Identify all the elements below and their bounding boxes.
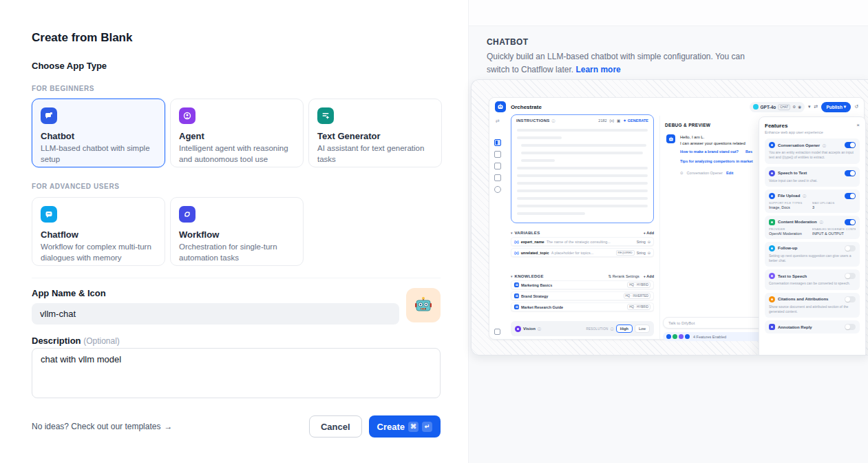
enter-key-icon: ↵: [422, 422, 432, 432]
conversation-opener-icon: [769, 142, 775, 148]
opener-icon: ⊙: [680, 171, 684, 175]
app-type-card-chatflow[interactable]: Chatflow Workflow for complex multi-turn…: [32, 197, 165, 266]
toggle: [845, 219, 856, 225]
app-name-label: App Name & Icon: [32, 288, 106, 298]
for-beginners-label: FOR BEGINNERS: [32, 85, 94, 92]
sparkle-icon: ✦: [623, 119, 626, 123]
feature-card-conversation-opener: Conversation Opener ⓘ You are an entity …: [765, 138, 860, 164]
feature-card-speech-to-text: Speech to Text Voice input can be used i…: [765, 167, 860, 187]
model-selector: GPT-4o CHAT ⚙ ◉: [750, 102, 805, 112]
variable-settings-icon: ⊙: [648, 240, 650, 244]
text-to-speech-icon: [769, 273, 775, 279]
instructions-panel: INSTRUCTIONS ⓘ 2182 {x} ▣ ✦ GENERATE: [511, 114, 654, 223]
advanced-cards-row: Chatflow Workflow for complex multi-turn…: [32, 197, 304, 266]
settings-icon: ◉: [798, 105, 801, 109]
variable-settings-icon: ⊙: [648, 251, 650, 255]
learn-more-link[interactable]: Learn more: [575, 65, 620, 74]
dataset-icon: [514, 282, 519, 287]
orchestrate-tab-icon: [494, 139, 501, 146]
create-form-panel: Create from Blank Choose App Type FOR BE…: [0, 0, 468, 463]
suggested-question: How to make a brand stand out? Bes: [680, 150, 770, 154]
copy-icon: ▣: [617, 119, 620, 123]
variables-section: ▾ VARIABLES + Add {x} expert_name The na…: [511, 231, 654, 257]
content-moderation-icon: [769, 219, 775, 225]
vision-icon: [515, 326, 521, 332]
dataset-icon: [514, 305, 519, 309]
app-icon-picker[interactable]: [406, 288, 441, 322]
chatbot-heading: CHATBOT: [487, 37, 529, 47]
feature-dot-icon: [679, 334, 684, 339]
speech-to-text-icon: [769, 170, 775, 176]
toggle: [845, 245, 856, 251]
instructions-placeholder-text: [511, 125, 653, 219]
templates-link[interactable]: No ideas? Check out our templates →: [32, 422, 172, 431]
agent-icon: [179, 107, 195, 124]
edit-opener-button: Edit: [726, 171, 733, 175]
page-title: Create from Blank: [32, 31, 132, 45]
variable-row: {x} unrelated_topic A placeholder for to…: [511, 248, 654, 257]
temperature-icon: ⚙: [792, 105, 796, 109]
knowledge-row: Market Research Guide HQ · HYBRID: [511, 302, 654, 311]
card-description: AI assistant for text generation tasks: [317, 143, 433, 165]
workflow-icon: [179, 206, 195, 223]
model-provider-icon: [753, 104, 759, 110]
preview-title: Orchestrate: [511, 104, 542, 110]
rerank-settings-button: ⇅ Rerank Settings: [608, 274, 639, 278]
citations-icon: [769, 296, 775, 302]
app-name-input[interactable]: [32, 303, 399, 325]
description-textarea[interactable]: chat with vllm model: [32, 348, 441, 398]
cmd-key-icon: ⌘: [408, 422, 419, 432]
feature-dot-icon: [666, 334, 671, 339]
vision-bar: Vision ⓘ RESOLUTION ⓘ High Low: [511, 321, 654, 336]
debug-preview-title: DEBUG & PREVIEW: [665, 123, 710, 127]
app-type-card-workflow[interactable]: Workflow Orchestration for single-turn a…: [170, 197, 304, 266]
toggle: [845, 296, 856, 302]
chevron-down-icon: ▾: [844, 104, 846, 110]
resolution-high-button: High: [616, 325, 633, 333]
features-enabled-bar: 4 Features Enabled: [663, 332, 773, 341]
create-app-dialog: Create from Blank Choose App Type FOR BE…: [0, 0, 868, 463]
annotation-reply-icon: [769, 324, 775, 330]
feature-card-content-moderation: Content Moderation ⓘ PROVIDER OpenAI Mod…: [765, 216, 860, 239]
chat-input: Talk to DifyBot: [663, 317, 773, 329]
info-icon: ⓘ: [552, 119, 555, 123]
token-count: 2182: [598, 119, 606, 123]
chatbot-preview-image: Orchestrate GPT-4o CHAT ⚙ ◉ ▾ ⇄ Publish: [471, 79, 868, 356]
card-title: Text Generator: [317, 131, 433, 141]
toggle: [845, 324, 856, 330]
text-generator-icon: [317, 107, 334, 124]
feature-card-file-upload: File Upload ⓘ SUPPORT FILE TYPES Image, …: [765, 189, 860, 213]
publish-button: Publish ▾: [821, 102, 851, 112]
generate-button: ✦ GENERATE: [623, 119, 648, 123]
cancel-button[interactable]: Cancel: [309, 415, 362, 438]
variable-icon: {x}: [514, 251, 519, 255]
rerank-icon: ⇅: [608, 274, 611, 278]
card-description: Intelligent agent with reasoning and aut…: [179, 143, 295, 165]
create-button[interactable]: Create ⌘ ↵: [369, 415, 441, 438]
feature-card-citations: Citations and Attributions Show source d…: [765, 293, 860, 318]
image-tab-icon: [494, 151, 501, 158]
info-icon: ⓘ: [538, 327, 541, 331]
toggle: [845, 273, 856, 279]
instructions-title: INSTRUCTIONS: [516, 119, 550, 123]
card-title: Chatflow: [41, 229, 156, 240]
app-type-card-agent[interactable]: Agent Intelligent agent with reasoning a…: [170, 99, 304, 167]
bot-avatar: [666, 134, 675, 143]
feature-card-text-to-speech: Text to Speech Conversation messages can…: [765, 269, 860, 289]
preview-app-icon: [495, 101, 506, 112]
history-icon: ↺: [854, 104, 858, 110]
feature-card-annotation-reply: Annotation Reply: [765, 320, 860, 333]
info-icon: ⓘ: [803, 194, 806, 198]
add-variable-button: + Add: [644, 231, 654, 235]
app-type-card-chatbot[interactable]: Chatbot LLM-based chatbot with simple se…: [32, 99, 165, 167]
info-icon: ⓘ: [823, 143, 826, 147]
toggle: [845, 142, 856, 148]
app-type-card-text-generator[interactable]: Text Generator AI assistant for text gen…: [308, 99, 442, 167]
caret-down-icon: ▾: [511, 231, 513, 235]
card-description: LLM-based chatbot with simple setup: [41, 143, 156, 165]
close-icon: ×: [856, 123, 860, 128]
follow-up-icon: [769, 245, 775, 251]
knowledge-row: Brand Strategy HQ · INVERTED: [511, 291, 654, 300]
logs-tab-icon: [494, 163, 501, 169]
dataset-icon: [514, 294, 519, 298]
